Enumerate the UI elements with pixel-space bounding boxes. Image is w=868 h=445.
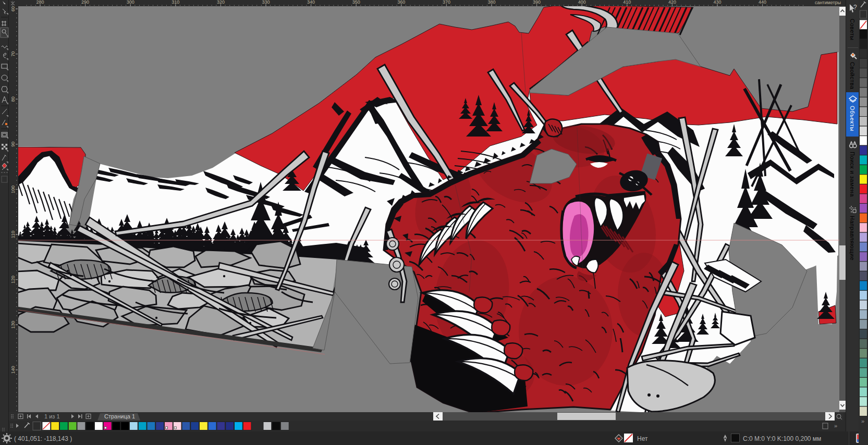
svg-text:440: 440 (759, 0, 766, 5)
svg-text:330: 330 (262, 0, 270, 5)
svg-text:80: 80 (10, 96, 16, 102)
svg-text:400: 400 (578, 0, 586, 5)
svg-text:290: 290 (81, 0, 89, 5)
svg-text:140: 140 (10, 366, 16, 374)
svg-text:90: 90 (10, 142, 16, 147)
svg-text:370: 370 (443, 0, 450, 5)
svg-text:100: 100 (10, 186, 16, 193)
svg-text:390: 390 (533, 0, 541, 5)
svg-text:»: » (834, 423, 837, 429)
svg-text:340: 340 (307, 0, 315, 5)
svg-text:420: 420 (668, 0, 676, 5)
svg-text:300: 300 (127, 0, 135, 5)
svg-text:120: 120 (10, 276, 16, 283)
svg-text:360: 360 (397, 0, 405, 5)
svg-text:»: » (861, 418, 864, 424)
svg-text:280: 280 (36, 0, 44, 5)
svg-text:1 из 1: 1 из 1 (44, 413, 60, 419)
svg-text:380: 380 (487, 0, 495, 5)
svg-text:?: ? (853, 4, 857, 11)
svg-text:430: 430 (713, 0, 721, 5)
svg-text:Страница 1: Страница 1 (104, 413, 135, 419)
svg-text:350: 350 (352, 0, 360, 5)
svg-text:70: 70 (10, 52, 16, 57)
svg-text:310: 310 (172, 0, 179, 5)
svg-text:110: 110 (10, 231, 16, 238)
svg-text:60: 60 (10, 6, 16, 11)
svg-text:320: 320 (217, 0, 225, 5)
svg-text:410: 410 (623, 0, 631, 5)
svg-text:130: 130 (10, 321, 16, 329)
